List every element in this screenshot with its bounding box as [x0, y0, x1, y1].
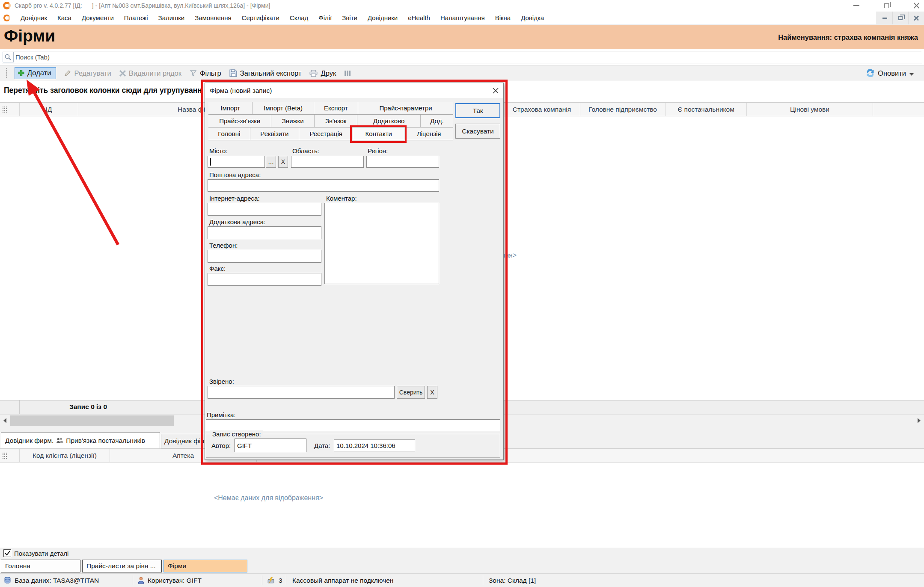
- statusbar-separator: [262, 575, 262, 585]
- edit-button-label: Редагувати: [74, 69, 111, 77]
- search-row: [0, 50, 924, 65]
- verify-clear-button[interactable]: X: [427, 386, 437, 399]
- date-input[interactable]: [334, 439, 415, 451]
- grid-corner-cell[interactable]: [0, 103, 20, 116]
- internet-address-input[interactable]: [208, 203, 321, 216]
- export-label: Загальний експорт: [240, 69, 302, 77]
- add-button[interactable]: Додати: [15, 67, 56, 79]
- oblast-input[interactable]: [291, 156, 364, 168]
- dialog-tab-export[interactable]: Експорт: [314, 102, 358, 114]
- menu-item-nalashtuvannia[interactable]: Налаштування: [440, 14, 485, 21]
- tab-holovna[interactable]: Головна: [1, 560, 80, 572]
- menu-item-zvity[interactable]: Звіти: [342, 14, 357, 21]
- column-chooser-icon[interactable]: [344, 70, 351, 77]
- column-head-company[interactable]: Головне підприємство: [580, 103, 666, 116]
- dialog-tab-price-params[interactable]: Прайс-параметри: [358, 102, 453, 114]
- menu-item-platezhi[interactable]: Платежі: [124, 14, 148, 21]
- menu-item-vikna[interactable]: Вікна: [495, 14, 511, 21]
- scroll-right-button[interactable]: [914, 415, 924, 427]
- dialog-tab-import[interactable]: Імпорт: [208, 102, 252, 114]
- comment-label: Коментар:: [326, 195, 357, 202]
- city-input[interactable]: [208, 156, 265, 168]
- menu-item-kasa[interactable]: Каса: [57, 14, 71, 21]
- dialog-tab-row-2: Прайс-зв'язки Знижки Зв'язок Додатково Д…: [208, 115, 453, 127]
- verified-label: Звірено:: [209, 378, 234, 385]
- dialog-tab-connection[interactable]: Зв'язок: [314, 115, 357, 127]
- mdi-restore-button[interactable]: [892, 12, 908, 24]
- window-close-button[interactable]: [911, 1, 922, 10]
- column-price-terms[interactable]: Цінові умови: [747, 103, 873, 116]
- cancel-button[interactable]: Скасувати: [455, 124, 500, 139]
- phone-input[interactable]: [208, 250, 321, 263]
- dialog-tab-import-beta[interactable]: Імпорт (Beta): [252, 102, 313, 114]
- region-input[interactable]: [366, 156, 439, 168]
- column-id[interactable]: ІД: [20, 103, 78, 116]
- dialog-tab-price-links[interactable]: Прайс-зв'язки: [208, 115, 271, 127]
- postal-address-input[interactable]: [208, 179, 439, 192]
- floppy-icon: [229, 69, 237, 77]
- window-restore-button[interactable]: [881, 1, 892, 10]
- mdi-minimize-button[interactable]: [876, 12, 892, 24]
- scrollbar-thumb[interactable]: [10, 415, 174, 426]
- tab-firms-active[interactable]: Фірми: [163, 560, 247, 572]
- menu-item-zalyshky[interactable]: Залишки: [158, 14, 185, 21]
- arrow-left-icon: [3, 418, 6, 423]
- status-bar: База даних: TASA3@TITAN Користувач: GIFT…: [0, 573, 924, 587]
- refresh-button[interactable]: Оновити: [866, 69, 914, 77]
- plus-icon: [18, 70, 24, 76]
- menu-item-filii[interactable]: Філії: [318, 14, 332, 21]
- detail-tab-suppliers-label: Прив'язка постачальників: [66, 437, 145, 445]
- extra-address-input[interactable]: [208, 226, 321, 239]
- detail-empty-text: <Немає даних для відображення>: [0, 494, 537, 502]
- dialog-close-button[interactable]: [491, 86, 500, 95]
- menu-item-dovidnyky[interactable]: Довідники: [368, 14, 398, 21]
- menu-item-dovidnyk[interactable]: Довідник: [21, 14, 47, 21]
- show-details-checkbox[interactable]: [3, 549, 11, 557]
- city-lookup-button[interactable]: …: [266, 156, 276, 168]
- menu-item-dovidka[interactable]: Довідка: [521, 14, 544, 21]
- dialog-title-bar[interactable]: Фірма (новий запис): [205, 83, 503, 98]
- edit-button[interactable]: Редагувати: [64, 69, 111, 77]
- column-is-supplier[interactable]: Є постачальником: [666, 103, 747, 116]
- close-icon: [493, 88, 499, 94]
- add-button-label: Додати: [27, 69, 51, 77]
- dialog-tab-main[interactable]: Головні: [208, 127, 250, 140]
- fax-input[interactable]: [208, 273, 321, 286]
- column-client-code[interactable]: Код клієнта (ліцензії): [20, 449, 110, 462]
- dialog-tab-requisites[interactable]: Реквізити: [250, 127, 299, 140]
- menu-item-sertyfikaty[interactable]: Сертифікати: [242, 14, 279, 21]
- menu-item-sklad[interactable]: Склад: [290, 14, 308, 21]
- statusbar-separator: [483, 575, 483, 585]
- dialog-tab-license[interactable]: Ліцензія: [404, 127, 453, 140]
- filter-button[interactable]: Фільтр: [190, 69, 221, 77]
- mdi-close-button[interactable]: [908, 12, 924, 24]
- export-button[interactable]: Загальний експорт: [229, 69, 302, 77]
- fax-label: Факс:: [209, 265, 226, 272]
- scroll-left-button[interactable]: [0, 415, 10, 427]
- dialog-tab-registration[interactable]: Реєстрація: [299, 127, 353, 140]
- delete-row-button[interactable]: Видалити рядок: [119, 69, 181, 77]
- ok-button[interactable]: Так: [455, 103, 500, 118]
- menu-item-zamovlennia[interactable]: Замовлення: [195, 14, 231, 21]
- city-clear-button[interactable]: X: [278, 156, 288, 168]
- menu-item-ehealth[interactable]: eHealth: [408, 14, 430, 21]
- dialog-tab-contacts-active[interactable]: Контакти: [353, 127, 404, 140]
- dialog-tab-dod[interactable]: Дод.: [420, 115, 453, 127]
- print-button[interactable]: Друк: [309, 69, 336, 77]
- detail-tab-firms-suppliers[interactable]: Довідник фирм. Прив'язка постачальників: [1, 432, 160, 448]
- column-insurance-company[interactable]: Страхова компанія: [504, 103, 580, 116]
- search-input[interactable]: [15, 53, 922, 61]
- people-icon: [56, 437, 63, 444]
- menu-item-dokumenty[interactable]: Документи: [82, 14, 114, 21]
- verify-button[interactable]: Сверить: [397, 386, 425, 399]
- comment-textarea[interactable]: [324, 203, 439, 284]
- record-created-label: Запис створено:: [210, 430, 263, 438]
- tab-price-lists[interactable]: Прайс-листи за рівн ...: [82, 560, 162, 572]
- dialog-tab-discounts[interactable]: Знижки: [271, 115, 314, 127]
- verified-input[interactable]: [208, 386, 395, 399]
- detail-corner-cell[interactable]: [0, 449, 20, 462]
- note-input[interactable]: [206, 419, 500, 431]
- dialog-tab-additional[interactable]: Додатково: [357, 115, 420, 127]
- author-input[interactable]: [235, 439, 306, 452]
- window-minimize-button[interactable]: [851, 1, 862, 10]
